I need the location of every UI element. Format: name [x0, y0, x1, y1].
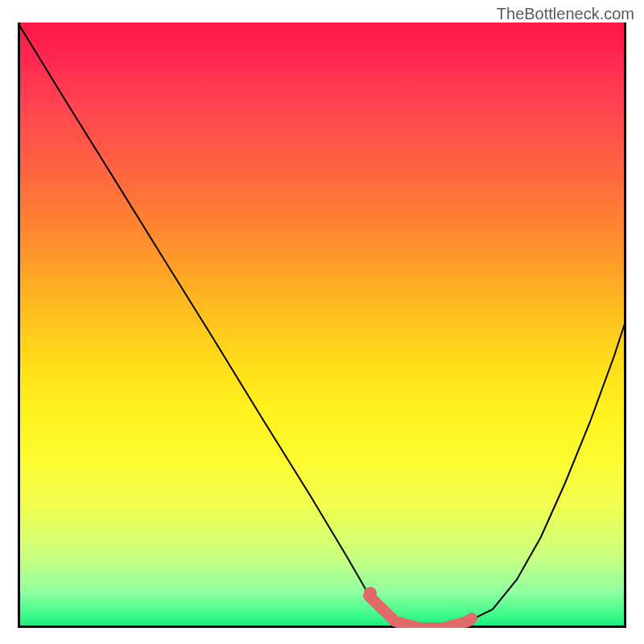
highlight-start-dot [364, 587, 377, 600]
optimal-zone-highlight [369, 596, 472, 628]
bottleneck-curve [18, 23, 626, 628]
plot-area [18, 23, 626, 628]
watermark-text: TheBottleneck.com [497, 5, 634, 23]
chart-svg [18, 23, 626, 628]
